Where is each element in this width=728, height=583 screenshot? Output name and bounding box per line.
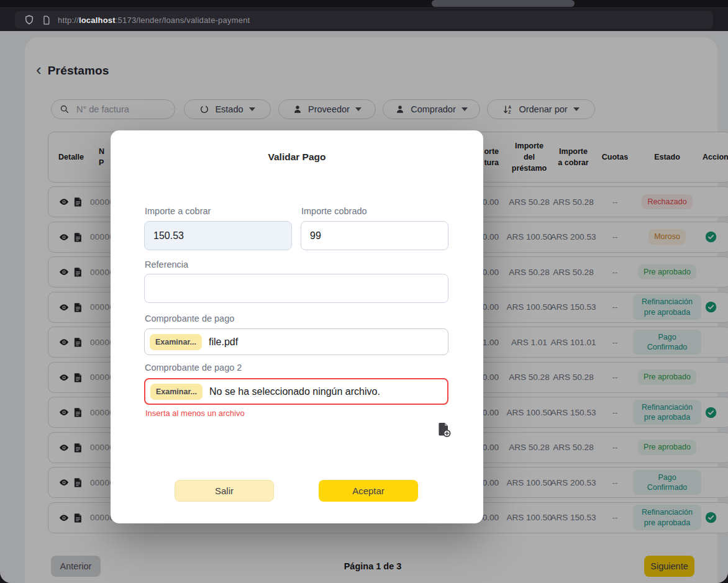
importe-cobrado-input[interactable] [301, 221, 448, 250]
url-text: http://localhost:5173/lender/loans/valid… [58, 16, 250, 25]
accept-button[interactable]: Aceptar [319, 480, 418, 502]
importe-cobrado-label: Importe cobrado [301, 206, 367, 216]
comprobante1-file-input[interactable]: Examinar... file.pdf [144, 328, 448, 355]
importe-a-cobrar-label: Importe a cobrar [145, 206, 211, 216]
browse-button[interactable]: Examinar... [150, 384, 202, 400]
shield-icon [24, 14, 35, 25]
referencia-label: Referencia [145, 260, 188, 269]
file-plus-icon[interactable] [437, 422, 452, 438]
comprobante1-label: Comprobante de pago [145, 314, 234, 323]
browser-tab[interactable] [432, 0, 575, 7]
comprobante2-file-input[interactable]: Examinar... No se ha seleccionado ningún… [144, 378, 448, 405]
importe-a-cobrar-input[interactable] [144, 221, 292, 250]
browser-chrome-top [0, 0, 728, 7]
modal-title: Validar Pago [111, 151, 483, 163]
url-bar[interactable]: http://localhost:5173/lender/loans/valid… [15, 11, 713, 29]
validate-payment-modal: Validar Pago Importe a cobrar Importe co… [111, 130, 483, 523]
comprobante1-filename: file.pdf [209, 337, 238, 348]
page-icon [41, 15, 52, 25]
comprobante2-label: Comprobante de pago 2 [145, 363, 242, 373]
browser-navbar: http://localhost:5173/lender/loans/valid… [0, 7, 728, 31]
cancel-button[interactable]: Salir [175, 480, 274, 502]
comprobante2-filename: No se ha seleccionado ningún archivo. [209, 386, 380, 397]
file-error-message: Inserta al menos un archivo [145, 409, 245, 418]
browse-button[interactable]: Examinar... [150, 334, 202, 350]
referencia-input[interactable] [144, 274, 448, 303]
